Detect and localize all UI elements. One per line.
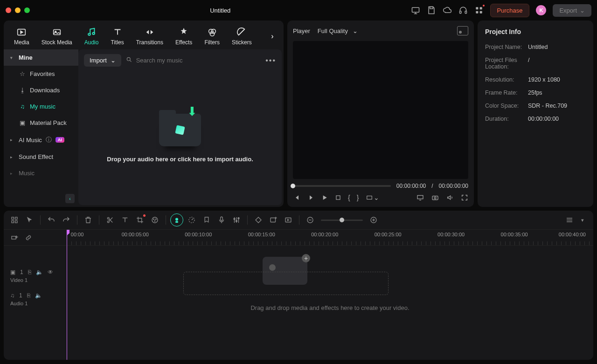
save-icon[interactable] (427, 6, 436, 15)
track-head-video[interactable]: ▣1⎘🔈👁 Video 1 (4, 264, 66, 288)
minimize-window-icon[interactable] (15, 7, 21, 13)
tab-transitions[interactable]: Transitions (132, 25, 168, 48)
timeline-ruler[interactable]: 00:00 00:00:05:00 00:00:10:00 00:00:15:0… (67, 230, 593, 246)
tab-audio[interactable]: Audio (80, 25, 104, 48)
player-viewport[interactable] (293, 41, 468, 179)
mute-icon[interactable]: 🔈 (36, 269, 43, 275)
svg-rect-1 (430, 7, 433, 9)
tab-effects[interactable]: Effects (171, 25, 197, 48)
svg-rect-35 (221, 217, 223, 220)
zoom-out-icon[interactable] (306, 216, 314, 224)
color-icon[interactable] (151, 216, 159, 224)
player-panel: Player Full Quality⌄ 00:00:00:00 / 00:00… (287, 21, 474, 207)
mark-in-icon[interactable]: { (348, 194, 350, 201)
link-icon[interactable] (24, 234, 33, 242)
user-avatar[interactable]: K (536, 5, 546, 15)
grid-icon[interactable] (10, 216, 19, 224)
project-info-title: Project Info (485, 28, 586, 35)
redo-icon[interactable] (62, 216, 70, 224)
collapse-sidebar-button[interactable]: ‹ (65, 194, 75, 203)
add-track-icon[interactable] (10, 234, 19, 242)
visibility-icon[interactable]: 👁 (48, 269, 53, 275)
tabs-scroll-right-icon[interactable]: › (267, 31, 278, 42)
mark-out-icon[interactable]: } (357, 194, 359, 201)
prev-frame-icon[interactable] (293, 194, 300, 201)
timeline-tracks[interactable]: 00:00 00:00:05:00 00:00:10:00 00:00:15:0… (67, 230, 593, 360)
tab-stock-media[interactable]: Stock Media (37, 25, 77, 48)
keyframe-icon[interactable] (254, 216, 263, 224)
chevron-right-icon: ▸ (10, 137, 15, 142)
zoom-slider[interactable] (321, 220, 363, 221)
volume-icon[interactable] (446, 194, 454, 201)
mute-icon[interactable]: 🔈 (35, 292, 42, 299)
split-icon[interactable] (106, 216, 114, 224)
quality-selector[interactable]: Full Quality⌄ (318, 27, 358, 34)
text-icon[interactable] (121, 216, 129, 224)
render-icon[interactable] (284, 216, 292, 224)
chevron-down-icon[interactable]: ▾ (578, 216, 587, 224)
close-window-icon[interactable] (6, 7, 11, 13)
project-location-value: / (528, 57, 529, 70)
snapshot-icon[interactable] (457, 26, 468, 35)
sidebar-item-favorites[interactable]: ☆Favorites (4, 66, 78, 82)
timeline-toolbar: ▾ (4, 211, 593, 230)
play-icon[interactable] (321, 194, 328, 201)
sidebar-item-sound-effect[interactable]: ▸Sound Effect (4, 149, 78, 165)
svg-rect-18 (367, 196, 372, 199)
add-media-icon[interactable] (269, 216, 278, 224)
purchase-button[interactable]: Purchase (490, 4, 530, 17)
package-icon: ▣ (19, 119, 26, 126)
more-options-icon[interactable]: ••• (265, 56, 276, 65)
aspect-icon[interactable]: ⌄ (365, 194, 379, 201)
svg-rect-4 (476, 7, 478, 9)
download-icon: ⭳ (19, 87, 26, 94)
sidebar-item-ai-music[interactable]: ▸AI Music ⓘ AI (4, 131, 78, 149)
sidebar-item-downloads[interactable]: ⭳Downloads (4, 82, 78, 98)
svg-point-16 (127, 57, 130, 61)
headphones-icon[interactable] (458, 6, 468, 15)
chevron-down-icon: ▾ (10, 55, 15, 60)
playhead[interactable] (67, 230, 67, 360)
search-input[interactable] (136, 57, 261, 64)
tab-media[interactable]: Media (9, 25, 34, 48)
stop-icon[interactable] (335, 194, 341, 201)
apps-icon[interactable] (474, 6, 484, 15)
maximize-window-icon[interactable] (24, 7, 30, 13)
lock-icon[interactable]: ⎘ (28, 269, 31, 275)
import-button[interactable]: Import⌄ (84, 54, 121, 67)
import-drop-zone[interactable]: ⬇ Drop your audio here or click here to … (78, 71, 282, 205)
monitor-icon[interactable] (416, 194, 424, 201)
tab-stickers[interactable]: Stickers (227, 25, 257, 48)
zoom-in-icon[interactable] (369, 216, 378, 224)
crop-icon[interactable] (136, 216, 144, 224)
fullscreen-icon[interactable] (461, 194, 468, 201)
tab-filters[interactable]: Filters (200, 25, 224, 48)
marker-icon[interactable] (202, 216, 211, 224)
sidebar-item-mine[interactable]: ▾Mine (4, 49, 78, 66)
sidebar-item-music[interactable]: ▸Music (4, 165, 78, 181)
track-options-icon[interactable] (565, 216, 574, 224)
export-button[interactable]: Export⌄ (553, 4, 591, 17)
sidebar-item-my-music[interactable]: ♫My music (4, 98, 78, 115)
sidebar-item-material-pack[interactable]: ▣Material Pack (4, 115, 78, 131)
cursor-icon[interactable] (25, 216, 34, 224)
music-icon: ♫ (19, 103, 26, 110)
timeline-drop-zone[interactable] (183, 272, 389, 295)
play-in-icon[interactable] (307, 194, 314, 201)
ai-badge: AI (56, 137, 64, 143)
delete-icon[interactable] (84, 216, 92, 224)
speed-icon[interactable] (187, 216, 196, 224)
camera-icon[interactable] (431, 194, 439, 201)
ai-tool-icon[interactable] (173, 216, 181, 224)
scrub-bar[interactable] (293, 185, 391, 187)
track-head-audio[interactable]: ♫1⎘🔈 Audio 1 (4, 288, 66, 311)
undo-icon[interactable] (47, 216, 56, 224)
cloud-icon[interactable] (443, 6, 452, 15)
voiceover-icon[interactable] (217, 216, 226, 224)
svg-rect-9 (53, 30, 60, 35)
display-icon[interactable] (411, 6, 420, 15)
mixer-icon[interactable] (232, 216, 241, 224)
svg-rect-6 (476, 11, 478, 14)
lock-icon[interactable]: ⎘ (27, 292, 30, 299)
tab-titles[interactable]: Titles (106, 25, 128, 48)
